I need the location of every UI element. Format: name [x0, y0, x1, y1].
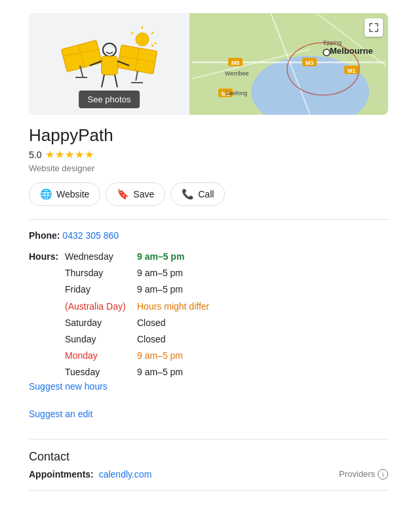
save-label: Save [133, 189, 154, 199]
contact-title: Contact [29, 450, 388, 464]
appointments-row: Appointments: calendly.com Providers i [29, 469, 388, 480]
map-image: M8 M3 M1 M1 Melbourne Epping Werribee Ge… [189, 13, 388, 115]
svg-line-18 [151, 32, 153, 34]
divider-bottom [29, 490, 388, 491]
hours-row-day: Saturday [65, 315, 137, 331]
svg-rect-11 [102, 56, 117, 75]
appointments-label: Appointments: [29, 469, 94, 480]
svg-text:M1: M1 [348, 68, 356, 74]
phone-number[interactable]: 0432 305 860 [62, 230, 119, 241]
hours-row-label [29, 331, 65, 348]
hours-row-day: Tuesday [65, 364, 137, 380]
hours-row-time: 9 am–5 pm [137, 348, 183, 364]
hours-row-day: Thursday [65, 265, 137, 281]
hours-rows: Thursday9 am–5 pmFriday9 am–5 pm(Austral… [29, 265, 388, 380]
hours-row: Monday9 am–5 pm [29, 348, 388, 364]
contact-section: Contact Appointments: calendly.com Provi… [29, 450, 388, 480]
svg-text:M8: M8 [231, 60, 240, 66]
hours-row-label [29, 348, 65, 364]
hours-row: Tuesday9 am–5 pm [29, 364, 388, 380]
hours-row-time: Closed [137, 331, 166, 348]
svg-line-12 [102, 75, 104, 87]
svg-line-13 [115, 75, 117, 87]
svg-text:M3: M3 [306, 60, 314, 66]
svg-line-8 [136, 71, 138, 81]
hours-row-time: Closed [137, 315, 166, 331]
call-label: Call [198, 189, 214, 199]
hours-row-label [29, 315, 65, 331]
suggest-hours-link[interactable]: Suggest new hours [29, 381, 388, 392]
hours-row-time: 9 am–5 pm [137, 364, 183, 380]
hours-today-day: Wednesday [65, 249, 137, 265]
info-icon: i [378, 469, 388, 480]
suggest-edit-link[interactable]: Suggest an edit [29, 409, 92, 419]
divider-top [29, 219, 388, 220]
hours-row-time: Hours might differ [137, 298, 209, 315]
hours-row-day: (Australia Day) [65, 298, 137, 315]
phone-section: Phone: 0432 305 860 [29, 230, 388, 241]
hours-row-day: Monday [65, 348, 137, 364]
hours-row-day: Sunday [65, 331, 137, 348]
svg-point-16 [136, 33, 149, 46]
rating-stars: ★★★★★ [45, 148, 94, 161]
hours-row-label [29, 298, 65, 315]
map-expand-button[interactable] [365, 18, 383, 37]
rating-row: 5.0 ★★★★★ [29, 148, 388, 161]
phone-icon: 📞 [182, 188, 194, 200]
hours-row-label [29, 364, 65, 380]
phone-row: Phone: 0432 305 860 [29, 230, 388, 241]
svg-text:Geelong: Geelong [225, 90, 247, 96]
rating-number: 5.0 [29, 150, 41, 160]
hours-row: Friday9 am–5 pm [29, 281, 388, 298]
expand-icon [369, 23, 378, 32]
suggest-edit-container: Suggest an edit [29, 409, 388, 430]
call-button[interactable]: 📞 Call [170, 182, 225, 206]
globe-icon: 🌐 [40, 188, 52, 200]
image-row: See photos M8 M3 M1 [29, 13, 388, 115]
hours-row: (Australia Day)Hours might differ [29, 298, 388, 315]
hours-row: SundayClosed [29, 331, 388, 348]
hours-today-time: 9 am–5 pm [137, 249, 184, 265]
business-name: HappyPath [29, 125, 388, 146]
hours-row: SaturdayClosed [29, 315, 388, 331]
appointments-left: Appointments: calendly.com [29, 469, 151, 480]
hours-label: Hours: [29, 249, 65, 265]
website-label: Website [56, 189, 89, 199]
hours-row-day: Friday [65, 281, 137, 298]
business-category: Website designer [29, 163, 388, 173]
bookmark-icon: 🔖 [117, 188, 129, 200]
appointments-url[interactable]: calendly.com [99, 469, 152, 480]
svg-point-10 [103, 43, 116, 56]
photo-panel: See photos [29, 13, 189, 115]
svg-line-20 [151, 45, 153, 47]
hours-today-row: Hours: Wednesday 9 am–5 pm [29, 249, 388, 265]
hours-section: Hours: Wednesday 9 am–5 pm Thursday9 am–… [29, 249, 388, 401]
map-panel[interactable]: M8 M3 M1 M1 Melbourne Epping Werribee Ge… [189, 13, 388, 115]
website-button[interactable]: 🌐 Website [29, 182, 100, 206]
phone-label: Phone: [29, 230, 60, 241]
svg-point-37 [323, 49, 330, 56]
hours-row-time: 9 am–5 pm [137, 281, 183, 298]
hours-row-time: 9 am–5 pm [137, 265, 183, 281]
hours-row: Thursday9 am–5 pm [29, 265, 388, 281]
see-photos-button[interactable]: See photos [79, 91, 140, 108]
save-button[interactable]: 🔖 Save [106, 182, 165, 206]
hours-row-label [29, 281, 65, 298]
svg-line-21 [131, 32, 133, 34]
providers-label: Providers [339, 469, 375, 479]
divider-contact [29, 439, 388, 440]
hours-row-label [29, 265, 65, 281]
action-buttons: 🌐 Website 🔖 Save 📞 Call [29, 182, 388, 206]
svg-text:Werribee: Werribee [225, 70, 248, 77]
providers-link[interactable]: Providers i [339, 469, 388, 480]
svg-text:Melbourne: Melbourne [330, 46, 373, 56]
